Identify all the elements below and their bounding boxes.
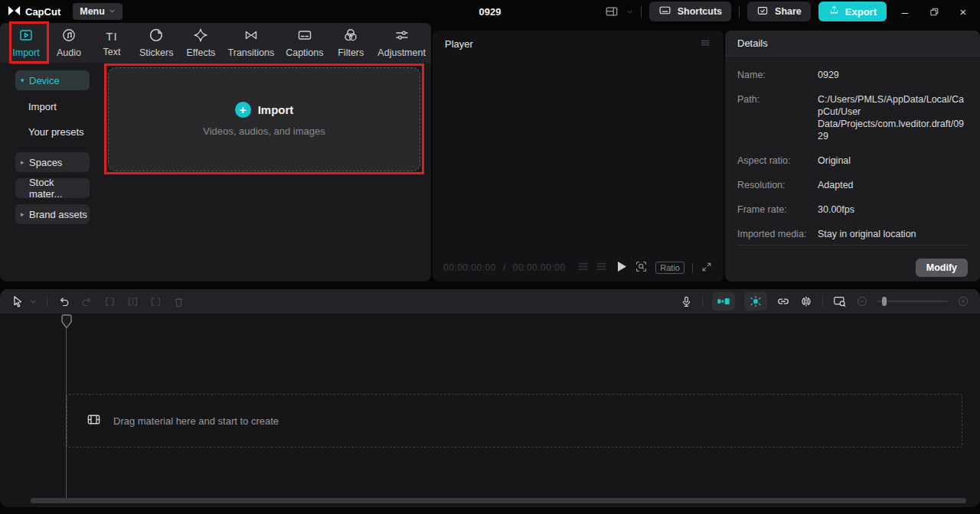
media-panel: Import Audio TI Text Stickers Effects xyxy=(0,23,431,281)
keyboard-icon xyxy=(658,4,671,19)
share-button[interactable]: Share xyxy=(747,2,811,21)
detail-row-aspect-ratio: Aspect ratio: Original xyxy=(737,155,968,167)
link-icon[interactable] xyxy=(776,294,790,308)
cursor-tool-caret-icon[interactable] xyxy=(30,298,37,305)
close-button[interactable]: × xyxy=(952,2,974,21)
export-button[interactable]: Export xyxy=(818,2,887,21)
split-left-icon[interactable] xyxy=(126,295,139,308)
adjustment-sliders-icon xyxy=(394,28,410,45)
zoom-out-icon[interactable] xyxy=(856,295,868,307)
audio-icon xyxy=(61,28,77,45)
import-dropzone-subtitle: Videos, audios, and images xyxy=(203,125,325,137)
preview-axis-icon[interactable] xyxy=(832,294,847,308)
app-name: CapCut xyxy=(25,6,60,18)
sticker-icon xyxy=(149,28,164,45)
auto-snap-toggle[interactable] xyxy=(744,292,767,311)
tab-import[interactable]: Import xyxy=(5,28,47,58)
fullscreen-icon[interactable] xyxy=(701,261,713,275)
tab-transitions[interactable]: Transitions xyxy=(222,28,279,58)
detail-row-path: Path: C:/Users/PMLS/AppData/Local/CapCut… xyxy=(737,93,968,142)
menu-button[interactable]: Menu xyxy=(73,3,122,20)
workspace-layout-icon[interactable] xyxy=(605,5,619,18)
player-menu-icon[interactable] xyxy=(699,37,711,51)
track-list-icon[interactable] xyxy=(577,261,589,275)
zoom-slider-handle[interactable] xyxy=(882,297,887,306)
play-button[interactable] xyxy=(617,261,627,275)
timeline-zoom-slider[interactable] xyxy=(877,301,948,302)
divider xyxy=(822,295,823,307)
modify-button[interactable]: Modify xyxy=(916,259,968,277)
timeline-scrollbar[interactable] xyxy=(31,498,966,503)
divider xyxy=(692,263,693,273)
redo-icon[interactable] xyxy=(80,295,93,308)
player-panel: Player 00:00:00:00 / 00:00:00:00 Ratio xyxy=(433,31,724,281)
ratio-button[interactable]: Ratio xyxy=(655,262,684,274)
detail-row-imported-media: Imported media: Stay in original locatio… xyxy=(737,228,968,240)
detail-label: Path: xyxy=(737,93,818,142)
tab-stickers[interactable]: Stickers xyxy=(133,28,179,58)
tab-effects[interactable]: Effects xyxy=(179,28,222,58)
timeline-drop-hint: Drag material here and start to create xyxy=(113,415,279,427)
timeline-dropzone[interactable]: Drag material here and start to create xyxy=(67,394,962,447)
caret-right-icon: ▸ xyxy=(21,158,29,166)
preview-focus-icon[interactable] xyxy=(635,260,648,275)
detail-label: Aspect ratio: xyxy=(737,155,818,167)
delete-icon[interactable] xyxy=(172,295,185,308)
detail-label: Frame rate: xyxy=(737,203,818,216)
effects-star-icon xyxy=(193,28,208,45)
restore-button[interactable] xyxy=(923,2,945,21)
split-icon[interactable] xyxy=(103,295,116,308)
zoom-in-icon[interactable] xyxy=(957,295,969,307)
sidebar-item-spaces[interactable]: ▸ Spaces xyxy=(15,152,90,172)
total-duration: 00:00:00:00 xyxy=(513,262,566,273)
chevron-down-icon xyxy=(109,6,116,17)
tab-text[interactable]: TI Text xyxy=(90,29,133,57)
captions-icon xyxy=(297,28,312,45)
playhead-handle[interactable] xyxy=(61,314,72,331)
detail-value-path: C:/Users/PMLS/AppData/Local/CapCut/User … xyxy=(818,93,968,142)
mirror-icon[interactable] xyxy=(799,294,813,308)
cursor-tool-icon[interactable] xyxy=(11,294,24,308)
player-panel-title: Player xyxy=(445,38,473,50)
share-icon xyxy=(756,5,769,19)
detail-value-frame-rate: 30.00fps xyxy=(818,203,968,216)
capcut-logo: CapCut xyxy=(8,5,60,18)
sidebar-item-your-presets[interactable]: Your presets xyxy=(0,122,98,142)
detail-row-frame-rate: Frame rate: 30.00fps xyxy=(737,203,968,216)
time-separator: / xyxy=(503,262,506,273)
caret-right-icon: ▸ xyxy=(21,210,29,218)
capcut-logo-icon xyxy=(8,5,21,18)
minimize-button[interactable]: – xyxy=(894,2,916,21)
shortcuts-button[interactable]: Shortcuts xyxy=(649,2,731,21)
caret-down-icon: ▾ xyxy=(21,76,29,84)
detail-value-imported-media: Stay in original location xyxy=(818,228,968,240)
filters-icon xyxy=(343,28,358,45)
detail-label: Imported media: xyxy=(737,228,818,240)
tab-captions[interactable]: Captions xyxy=(279,28,329,58)
track-list-icon-2[interactable] xyxy=(596,261,607,275)
tab-adjustment[interactable]: Adjustment xyxy=(372,28,431,58)
import-dropzone[interactable]: + Import Videos, audios, and images xyxy=(108,67,420,171)
export-icon xyxy=(828,5,840,18)
detail-value-resolution: Adapted xyxy=(818,179,968,191)
sidebar-item-stock-materials[interactable]: Stock mater... xyxy=(15,178,90,198)
divider xyxy=(737,245,968,246)
detail-value-aspect-ratio: Original xyxy=(818,155,968,167)
sidebar-item-import[interactable]: Import xyxy=(0,96,98,116)
timeline-panel: Drag material here and start to create xyxy=(0,289,980,507)
layout-caret-icon[interactable] xyxy=(626,6,633,18)
plus-circle-icon: + xyxy=(235,102,251,118)
main-track-magnet-toggle[interactable] xyxy=(712,292,735,311)
sidebar-item-device[interactable]: ▾ Device xyxy=(15,70,90,90)
sidebar-item-brand-assets[interactable]: ▸ Brand assets xyxy=(15,204,90,224)
divider xyxy=(641,6,642,18)
text-icon: TI xyxy=(106,29,117,44)
undo-icon[interactable] xyxy=(57,295,70,308)
tab-audio[interactable]: Audio xyxy=(47,28,90,58)
detail-row-resolution: Resolution: Adapted xyxy=(737,179,968,191)
import-dropzone-title: Import xyxy=(258,103,294,116)
title-bar: CapCut Menu 0929 Shortcuts Share xyxy=(0,0,980,23)
split-right-icon[interactable] xyxy=(149,295,162,308)
tab-filters[interactable]: Filters xyxy=(329,28,372,58)
record-voiceover-icon[interactable] xyxy=(680,295,693,308)
